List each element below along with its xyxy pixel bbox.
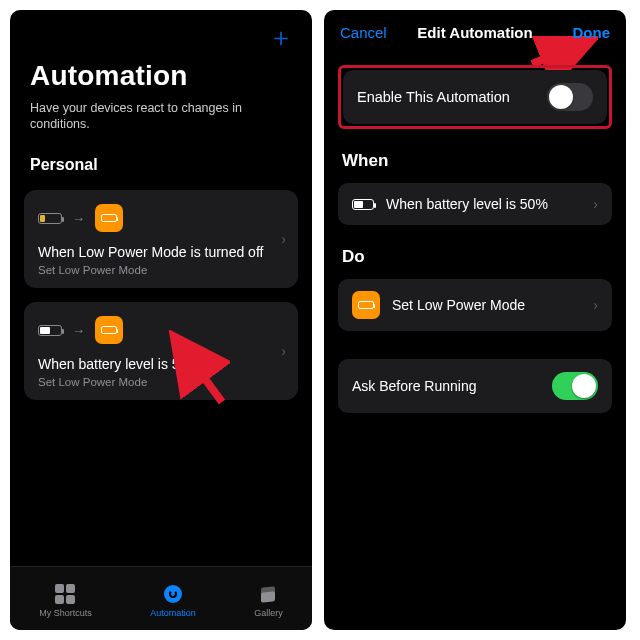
- automation-card-low-power-off[interactable]: → When Low Power Mode is turned off Set …: [24, 190, 298, 288]
- chevron-right-icon: ›: [593, 297, 598, 313]
- enable-label: Enable This Automation: [357, 89, 510, 105]
- chevron-right-icon: ›: [593, 196, 598, 212]
- battery-icon: [352, 199, 374, 210]
- tab-bar: My Shortcuts Automation Gallery: [10, 566, 312, 630]
- automation-subtitle: Set Low Power Mode: [38, 264, 284, 276]
- done-button[interactable]: Done: [573, 24, 611, 41]
- do-action-row[interactable]: Set Low Power Mode ›: [338, 279, 612, 331]
- transition-arrow-icon: →: [72, 323, 85, 338]
- low-power-action-icon: [352, 291, 380, 319]
- chevron-right-icon: ›: [281, 343, 286, 359]
- ask-before-running-row[interactable]: Ask Before Running: [338, 359, 612, 413]
- battery-half-icon: [38, 325, 62, 336]
- chevron-right-icon: ›: [281, 231, 286, 247]
- automation-card-battery-50[interactable]: → When battery level is 50% Set Low Powe…: [24, 302, 298, 400]
- do-label: Set Low Power Mode: [392, 297, 525, 313]
- do-header: Do: [324, 225, 626, 275]
- tab-label: Gallery: [254, 608, 283, 618]
- tab-label: My Shortcuts: [39, 608, 92, 618]
- section-personal-header: Personal: [10, 138, 312, 182]
- tab-my-shortcuts[interactable]: My Shortcuts: [39, 583, 92, 618]
- automation-subtitle: Set Low Power Mode: [38, 376, 284, 388]
- page-title: Automation: [30, 60, 292, 92]
- when-condition-row[interactable]: When battery level is 50% ›: [338, 183, 612, 225]
- enable-toggle[interactable]: [547, 83, 593, 111]
- automation-title: When Low Power Mode is turned off: [38, 244, 284, 260]
- automation-title: When battery level is 50%: [38, 356, 284, 372]
- shortcuts-automation-screen: ＋ Automation Have your devices react to …: [10, 10, 312, 630]
- tab-gallery[interactable]: Gallery: [254, 583, 283, 618]
- edit-automation-screen: Cancel Edit Automation Done Enable This …: [324, 10, 626, 630]
- grid-icon: [54, 583, 76, 605]
- page-subtitle: Have your devices react to changes in co…: [30, 100, 270, 132]
- ask-toggle[interactable]: [552, 372, 598, 400]
- transition-arrow-icon: →: [72, 211, 85, 226]
- low-power-action-icon: [95, 204, 123, 232]
- when-header: When: [324, 129, 626, 179]
- tab-automation[interactable]: Automation: [150, 583, 196, 618]
- enable-automation-row[interactable]: Enable This Automation: [343, 70, 607, 124]
- ask-label: Ask Before Running: [352, 378, 477, 394]
- when-label: When battery level is 50%: [386, 196, 548, 212]
- highlight-box: Enable This Automation: [338, 65, 612, 129]
- battery-low-icon: [38, 213, 62, 224]
- automation-icon: [162, 583, 184, 605]
- low-power-action-icon: [95, 316, 123, 344]
- tab-label: Automation: [150, 608, 196, 618]
- gallery-icon: [257, 583, 279, 605]
